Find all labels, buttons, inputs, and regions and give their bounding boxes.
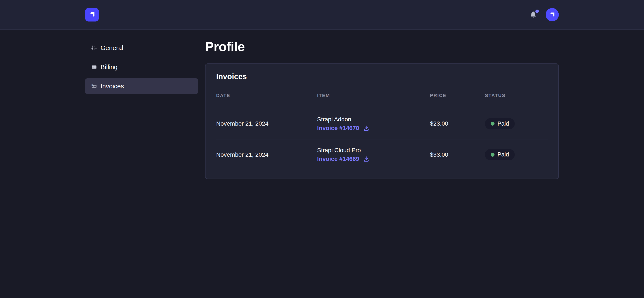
invoice-item-cell: Strapi Cloud Pro Invoice #14669 — [317, 147, 430, 162]
notification-dot — [536, 9, 539, 13]
top-navbar — [0, 0, 644, 30]
status-badge: Paid — [485, 118, 515, 129]
sidebar-item-billing[interactable]: Billing — [85, 59, 198, 75]
invoice-date: November 21, 2024 — [216, 120, 317, 127]
invoice-item-name: Strapi Cloud Pro — [317, 147, 430, 154]
download-invoice-button[interactable] — [363, 156, 370, 162]
status-badge: Paid — [485, 149, 515, 160]
sidebar-item-invoices[interactable]: $ Invoices — [85, 78, 198, 94]
user-avatar[interactable] — [546, 8, 559, 21]
sliders-icon — [91, 45, 97, 51]
invoice-icon: $ — [91, 83, 97, 89]
status-dot-icon — [491, 153, 494, 157]
credit-card-icon — [91, 64, 97, 70]
navbar-inner — [85, 0, 559, 29]
invoices-card-title: Invoices — [216, 72, 548, 81]
invoice-row: November 21, 2024 Strapi Addon Invoice #… — [216, 108, 548, 139]
invoices-table: DATE ITEM PRICE STATUS November 21, 2024… — [216, 81, 548, 170]
invoices-table-header: DATE ITEM PRICE STATUS — [216, 81, 548, 108]
svg-text:$: $ — [92, 83, 93, 86]
invoice-number-link[interactable]: Invoice #14669 — [317, 156, 359, 162]
profile-content: Profile Invoices DATE ITEM PRICE STATUS … — [205, 40, 559, 179]
column-header-status: STATUS — [485, 93, 548, 98]
status-dot-icon — [491, 122, 494, 126]
invoice-row: November 21, 2024 Strapi Cloud Pro Invoi… — [216, 139, 548, 170]
invoice-number-link[interactable]: Invoice #14670 — [317, 125, 359, 132]
strapi-logo-button[interactable] — [85, 8, 99, 21]
invoice-link-line: Invoice #14670 — [317, 125, 430, 132]
notifications-button[interactable] — [529, 10, 538, 19]
navbar-actions — [529, 8, 559, 21]
invoice-item-cell: Strapi Addon Invoice #14670 — [317, 116, 430, 132]
strapi-avatar-icon — [548, 11, 556, 18]
status-label: Paid — [498, 120, 509, 127]
column-header-date: DATE — [216, 93, 317, 98]
invoice-item-name: Strapi Addon — [317, 116, 430, 123]
download-invoice-button[interactable] — [363, 125, 370, 131]
invoice-date: November 21, 2024 — [216, 151, 317, 158]
download-icon — [363, 156, 370, 162]
sidebar-item-label: Billing — [100, 63, 118, 71]
strapi-logo-icon — [88, 10, 96, 19]
invoices-card: Invoices DATE ITEM PRICE STATUS November… — [205, 63, 559, 179]
sidebar-item-general[interactable]: General — [85, 40, 198, 55]
column-header-price: PRICE — [430, 93, 485, 98]
sidebar-item-label: Invoices — [100, 83, 124, 90]
main-layout: General Billing $ — [85, 40, 559, 179]
sidebar-item-label: General — [100, 44, 123, 51]
status-label: Paid — [498, 151, 509, 158]
settings-sidebar: General Billing $ — [85, 40, 198, 179]
column-header-item: ITEM — [317, 93, 430, 98]
invoice-price: $23.00 — [430, 120, 485, 127]
download-icon — [363, 125, 370, 131]
invoice-price: $33.00 — [430, 151, 485, 158]
invoice-link-line: Invoice #14669 — [317, 156, 430, 162]
page-title: Profile — [205, 40, 559, 53]
